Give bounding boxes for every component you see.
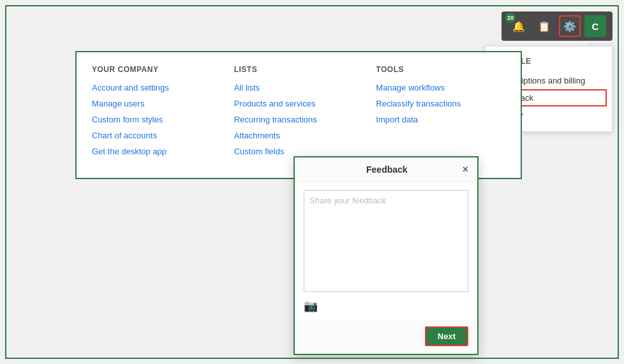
account-settings-link[interactable]: Account and settings bbox=[92, 83, 221, 92]
lists-title: LISTS bbox=[234, 65, 364, 74]
chart-of-accounts-link[interactable]: Chart of accounts bbox=[92, 131, 221, 140]
next-button[interactable]: Next bbox=[425, 326, 468, 346]
notification-badge-icon: 🔔 bbox=[512, 20, 525, 33]
feedback-modal-body: 📷 bbox=[295, 182, 477, 321]
custom-form-styles-link[interactable]: Custom form styles bbox=[92, 115, 221, 124]
clipboard-icon[interactable]: 📋 bbox=[533, 15, 555, 37]
manage-workflows-link[interactable]: Manage workflows bbox=[376, 83, 505, 92]
feedback-modal: Feedback × 📷 Next bbox=[293, 156, 479, 355]
user-avatar[interactable]: C bbox=[584, 15, 606, 37]
your-company-column: YOUR COMPANY Account and settings Manage… bbox=[92, 65, 234, 163]
tools-column: TOOLS Manage workflows Reclassify transa… bbox=[376, 65, 505, 163]
custom-fields-link[interactable]: Custom fields bbox=[234, 147, 364, 156]
your-company-title: YOUR COMPANY bbox=[92, 65, 221, 74]
desktop-app-link[interactable]: Get the desktop app bbox=[92, 147, 221, 156]
camera-icon[interactable]: 📷 bbox=[304, 299, 468, 313]
top-bar: 🔔 20 📋 ⚙️ C bbox=[501, 11, 613, 41]
feedback-textarea[interactable] bbox=[304, 190, 468, 292]
tools-title: TOOLS bbox=[376, 65, 505, 74]
lists-column: LISTS All lists Products and services Re… bbox=[234, 65, 376, 163]
recurring-transactions-link[interactable]: Recurring transactions bbox=[234, 115, 364, 124]
feedback-modal-title: Feedback bbox=[316, 164, 457, 175]
feedback-modal-footer: Next bbox=[295, 321, 477, 354]
manage-users-link[interactable]: Manage users bbox=[92, 99, 221, 108]
all-lists-link[interactable]: All lists bbox=[234, 83, 364, 92]
feedback-modal-header: Feedback × bbox=[295, 157, 477, 182]
attachments-link[interactable]: Attachments bbox=[234, 131, 364, 140]
bell-icon[interactable]: 🔔 20 bbox=[508, 15, 530, 37]
gear-icon[interactable]: ⚙️ bbox=[559, 15, 581, 37]
notification-count: 20 bbox=[505, 13, 516, 23]
feedback-close-button[interactable]: × bbox=[463, 164, 468, 175]
import-data-link[interactable]: Import data bbox=[376, 115, 505, 124]
products-services-link[interactable]: Products and services bbox=[234, 99, 364, 108]
reclassify-transactions-link[interactable]: Reclassify transactions bbox=[376, 99, 505, 108]
